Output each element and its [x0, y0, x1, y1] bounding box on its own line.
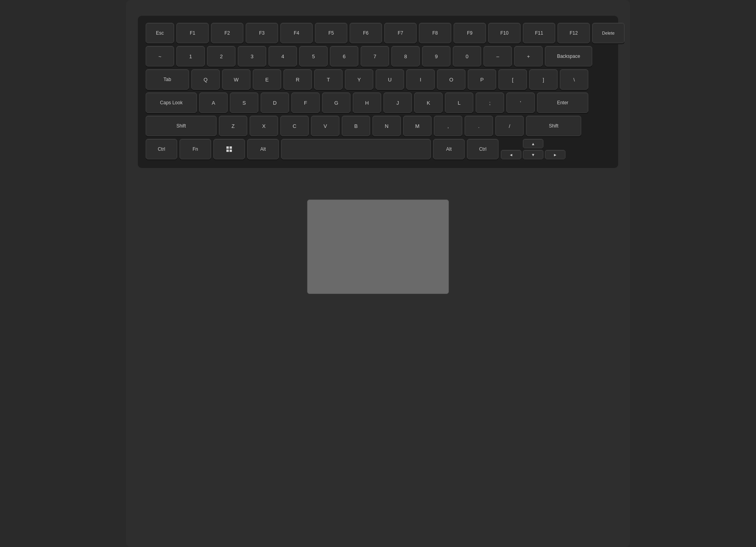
windows-icon [226, 146, 232, 152]
key-3[interactable]: 3 [238, 46, 266, 67]
key-5[interactable]: 5 [299, 46, 328, 67]
key-ctrl-right[interactable]: Ctrl [467, 139, 498, 159]
key-f7[interactable]: F7 [384, 23, 417, 43]
tab-row: Tab Q W E R T Y U I O P [ ] \ [146, 69, 610, 90]
key-f4[interactable]: F4 [280, 23, 313, 43]
arrow-bottom-row: ◄ ▼ ► [501, 150, 565, 159]
key-quote[interactable]: ' [506, 92, 535, 113]
caps-row: Caps Look A S D F G H J K L ; ' Enter [146, 92, 610, 113]
key-i[interactable]: I [406, 69, 435, 90]
key-k[interactable]: K [414, 92, 443, 113]
key-s[interactable]: S [230, 92, 258, 113]
key-p[interactable]: P [468, 69, 496, 90]
bottom-row: Ctrl Fn Alt Alt Ctrl ▲ ◄ ▼ ► [146, 139, 610, 159]
key-arrow-down[interactable]: ▼ [523, 150, 543, 159]
key-f9[interactable]: F9 [454, 23, 486, 43]
key-arrow-left[interactable]: ◄ [501, 150, 521, 159]
key-9[interactable]: 9 [422, 46, 450, 67]
key-b[interactable]: B [342, 116, 370, 136]
key-period[interactable]: . [465, 116, 493, 136]
key-f6[interactable]: F6 [350, 23, 382, 43]
touchpad[interactable] [307, 200, 449, 294]
key-rbracket[interactable]: ] [529, 69, 558, 90]
key-2[interactable]: 2 [207, 46, 235, 67]
key-ctrl-left[interactable]: Ctrl [146, 139, 177, 159]
key-8[interactable]: 8 [391, 46, 420, 67]
laptop-body: Esc F1 F2 F3 F4 F5 F6 F7 F8 F9 F10 F11 F… [126, 0, 630, 547]
key-enter[interactable]: Enter [537, 92, 588, 113]
key-x[interactable]: X [250, 116, 278, 136]
key-f[interactable]: F [291, 92, 320, 113]
key-shift-left[interactable]: Shift [146, 116, 217, 136]
key-f10[interactable]: F10 [488, 23, 521, 43]
key-f2[interactable]: F2 [211, 23, 243, 43]
key-c[interactable]: C [280, 116, 309, 136]
key-0[interactable]: 0 [453, 46, 481, 67]
key-delete[interactable]: Delete [592, 23, 624, 43]
key-arrow-up[interactable]: ▲ [523, 139, 543, 148]
key-f8[interactable]: F8 [419, 23, 451, 43]
key-caps-lock[interactable]: Caps Look [146, 92, 197, 113]
key-fn[interactable]: Fn [180, 139, 211, 159]
key-l[interactable]: L [445, 92, 473, 113]
key-7[interactable]: 7 [361, 46, 389, 67]
key-tilde[interactable]: ~ [146, 46, 174, 67]
key-backslash[interactable]: \ [560, 69, 588, 90]
number-row: ~ 1 2 3 4 5 6 7 8 9 0 – + Backspace [146, 46, 610, 67]
key-j[interactable]: J [384, 92, 412, 113]
arrow-up-area: ▲ [523, 139, 543, 148]
key-semicolon[interactable]: ; [476, 92, 504, 113]
key-o[interactable]: O [437, 69, 465, 90]
key-backspace[interactable]: Backspace [545, 46, 592, 67]
key-f12[interactable]: F12 [558, 23, 590, 43]
key-shift-right[interactable]: Shift [526, 116, 581, 136]
function-row: Esc F1 F2 F3 F4 F5 F6 F7 F8 F9 F10 F11 F… [146, 23, 610, 43]
key-q[interactable]: Q [191, 69, 220, 90]
key-space[interactable] [281, 139, 431, 159]
key-f1[interactable]: F1 [176, 23, 209, 43]
key-a[interactable]: A [199, 92, 228, 113]
key-n[interactable]: N [372, 116, 401, 136]
key-r[interactable]: R [284, 69, 312, 90]
key-h[interactable]: H [353, 92, 381, 113]
key-lbracket[interactable]: [ [498, 69, 527, 90]
arrow-cluster: ▲ ◄ ▼ ► [501, 139, 565, 159]
key-y[interactable]: Y [345, 69, 373, 90]
key-esc[interactable]: Esc [146, 23, 174, 43]
key-plus[interactable]: + [514, 46, 543, 67]
key-4[interactable]: 4 [269, 46, 297, 67]
key-w[interactable]: W [222, 69, 250, 90]
key-arrow-right[interactable]: ► [545, 150, 565, 159]
key-6[interactable]: 6 [330, 46, 358, 67]
key-z[interactable]: Z [219, 116, 247, 136]
keyboard-area: Esc F1 F2 F3 F4 F5 F6 F7 F8 F9 F10 F11 F… [138, 16, 618, 168]
key-alt-right[interactable]: Alt [433, 139, 465, 159]
key-v[interactable]: V [311, 116, 339, 136]
key-t[interactable]: T [314, 69, 343, 90]
key-1[interactable]: 1 [176, 46, 205, 67]
key-d[interactable]: D [261, 92, 289, 113]
key-comma[interactable]: , [434, 116, 462, 136]
key-f11[interactable]: F11 [523, 23, 555, 43]
key-alt-left[interactable]: Alt [247, 139, 279, 159]
shift-row: Shift Z X C V B N M , . / Shift [146, 116, 610, 136]
key-u[interactable]: U [376, 69, 404, 90]
key-e[interactable]: E [253, 69, 281, 90]
key-m[interactable]: M [403, 116, 432, 136]
key-g[interactable]: G [322, 92, 350, 113]
key-win[interactable] [213, 139, 245, 159]
key-slash[interactable]: / [495, 116, 524, 136]
key-f3[interactable]: F3 [246, 23, 278, 43]
key-f5[interactable]: F5 [315, 23, 347, 43]
key-tab[interactable]: Tab [146, 69, 189, 90]
key-minus[interactable]: – [484, 46, 512, 67]
